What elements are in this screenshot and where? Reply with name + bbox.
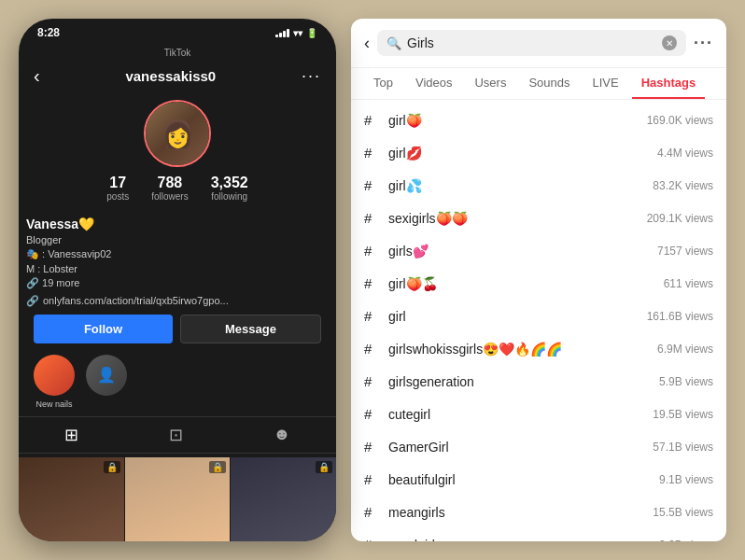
hashtag-views: 169.0K views: [647, 114, 713, 127]
hashtag-symbol: #: [364, 471, 379, 487]
stat-following: 3,352 following: [211, 175, 248, 202]
search-bar[interactable]: 🔍 Girls ✕: [377, 30, 686, 56]
hashtag-symbol: #: [364, 341, 379, 357]
hashtag-name: girlswhokissgirls😍❤️🔥🌈🌈: [388, 342, 648, 357]
hashtag-symbol: #: [364, 504, 379, 520]
hashtag-item[interactable]: #girl💋4.4M views: [351, 136, 726, 169]
hashtag-name: beautifulgirl: [388, 472, 650, 487]
tab-repost-icon[interactable]: ⊡: [169, 425, 183, 445]
posts-label: posts: [106, 191, 129, 202]
lock-icon-3: 🔒: [316, 461, 332, 473]
follow-button[interactable]: Follow: [34, 315, 173, 343]
grid-item-3[interactable]: 🔒: [231, 457, 336, 541]
profile-link-row: 🔗 onlyfans.com/action/trial/qxb5irwo7gpo…: [26, 295, 329, 307]
profile-username: vanessakiss0: [125, 68, 216, 84]
tab-grid-icon[interactable]: ⊞: [64, 425, 78, 445]
tab-videos[interactable]: Videos: [406, 68, 462, 99]
hashtag-item[interactable]: #beautifulgirl9.1B views: [351, 463, 726, 496]
profile-link[interactable]: onlyfans.com/action/trial/qxb5irwo7gpo..…: [43, 295, 229, 306]
bio-more: 🔗 19 more: [26, 276, 329, 290]
hashtag-name: girl💋: [388, 146, 648, 161]
hashtag-symbol: #: [364, 308, 379, 324]
avatar: 👩: [144, 100, 211, 167]
stat-posts: 17 posts: [106, 175, 129, 202]
profile-bio: Blogger 🎭 : Vanessavip02 M : Lobster 🔗 1…: [26, 233, 329, 291]
message-button[interactable]: Message: [180, 315, 321, 343]
search-panel: ‹ 🔍 Girls ✕ ··· Top Videos Users Sounds …: [351, 19, 726, 541]
action-buttons: Follow Message: [19, 307, 336, 351]
hashtag-views: 209.1K views: [647, 212, 713, 225]
hashtag-name: goodgirls: [388, 538, 650, 542]
search-header: ‹ 🔍 Girls ✕ ···: [351, 19, 726, 68]
tab-sounds[interactable]: Sounds: [519, 68, 579, 99]
highlight-nails[interactable]: New nails: [34, 355, 75, 409]
hashtag-name: cutegirl: [388, 407, 643, 422]
hashtag-item[interactable]: #girls💕7157 views: [351, 234, 726, 267]
hashtag-item[interactable]: #sexigirls🍑🍑209.1K views: [351, 202, 726, 234]
hashtag-name: girl🍑🍒: [388, 276, 654, 291]
hashtag-name: girl💦: [388, 178, 643, 193]
grid-item-2[interactable]: 🔒: [125, 457, 231, 541]
hashtag-item[interactable]: #GamerGirl57.1B views: [351, 430, 726, 463]
lock-icon-2: 🔒: [209, 461, 226, 473]
hashtag-symbol: #: [364, 275, 379, 291]
hashtag-item[interactable]: #goodgirls3.6B views: [351, 528, 726, 541]
hashtag-item[interactable]: #girlsgeneration5.9B views: [351, 365, 726, 398]
stat-followers: 788 followers: [151, 175, 188, 202]
hashtag-symbol: #: [364, 373, 379, 389]
content-grid: 🔒 🔒 🔒 🔒 🔒 🔒: [19, 457, 336, 541]
hashtag-views: 5.9B views: [659, 375, 713, 388]
hashtag-name: sexigirls🍑🍑: [388, 211, 638, 226]
hashtag-views: 9.1B views: [659, 473, 713, 486]
grid-item-1[interactable]: 🔒: [19, 457, 124, 541]
hashtag-symbol: #: [364, 439, 379, 455]
back-button[interactable]: ‹: [34, 65, 40, 87]
status-right: ▾▾ 🔋: [275, 28, 317, 38]
lock-icon-1: 🔒: [104, 461, 120, 473]
hashtag-views: 57.1B views: [653, 441, 713, 454]
hashtag-name: girl: [388, 309, 638, 324]
hashtag-item[interactable]: #cutegirl19.5B views: [351, 398, 726, 430]
hashtag-symbol: #: [364, 112, 379, 128]
hashtag-item[interactable]: #girl161.6B views: [351, 300, 726, 332]
phone-mockup: 8:28 ▾▾ 🔋 TikTok ‹ vanessakiss0 ···: [19, 19, 336, 541]
profile-name: Vanessa💛: [26, 217, 329, 231]
search-more-button[interactable]: ···: [694, 34, 713, 53]
content-tabs: ⊞ ⊡ ☻: [19, 416, 336, 454]
hashtag-item[interactable]: #girl🍑169.0K views: [351, 104, 726, 136]
hashtag-views: 3.6B views: [659, 539, 713, 542]
hashtag-item[interactable]: #girl💦83.2K views: [351, 169, 726, 202]
highlight-circle: [34, 355, 75, 396]
highlight-img2: 👤: [86, 355, 127, 396]
hashtag-name: girlsgeneration: [388, 374, 650, 389]
search-tabs: Top Videos Users Sounds LIVE Hashtags: [351, 68, 726, 100]
grid-container: 🔒 🔒 🔒 🔒 🔒 🔒: [19, 457, 336, 541]
followers-count: 788: [151, 175, 188, 191]
tab-hashtags[interactable]: Hashtags: [632, 68, 706, 99]
tab-live[interactable]: LIVE: [583, 68, 628, 99]
hashtag-item[interactable]: #meangirls15.5B views: [351, 496, 726, 528]
hashtag-views: 4.4M views: [657, 147, 713, 160]
hashtag-name: girl🍑: [388, 113, 638, 128]
link-icon: 🔗: [26, 295, 39, 307]
stats-row: 17 posts 788 followers 3,352 following: [106, 175, 247, 202]
tab-users[interactable]: Users: [465, 68, 515, 99]
tab-top[interactable]: Top: [364, 68, 402, 99]
hashtag-views: 6.9M views: [657, 343, 713, 356]
hashtag-views: 7157 views: [657, 245, 713, 258]
hashtag-item[interactable]: #girlswhokissgirls😍❤️🔥🌈🌈6.9M views: [351, 332, 726, 365]
search-clear-button[interactable]: ✕: [662, 35, 677, 50]
search-back-button[interactable]: ‹: [364, 34, 370, 53]
highlight-empty[interactable]: 👤: [86, 355, 127, 409]
profile-section: 👩 17 posts 788 followers 3,352 following: [19, 92, 336, 217]
status-time: 8:28: [37, 26, 60, 39]
hashtag-name: girls💕: [388, 244, 648, 259]
bio-line1: Blogger: [26, 233, 329, 247]
bio-line2: 🎭 : Vanessavip02: [26, 247, 329, 261]
hashtag-list: #girl🍑169.0K views#girl💋4.4M views#girl💦…: [351, 100, 726, 541]
posts-count: 17: [106, 175, 129, 191]
signal-icon: [275, 28, 289, 37]
tab-liked-icon[interactable]: ☻: [274, 425, 291, 445]
more-button[interactable]: ···: [302, 66, 321, 86]
hashtag-item[interactable]: #girl🍑🍒611 views: [351, 267, 726, 300]
